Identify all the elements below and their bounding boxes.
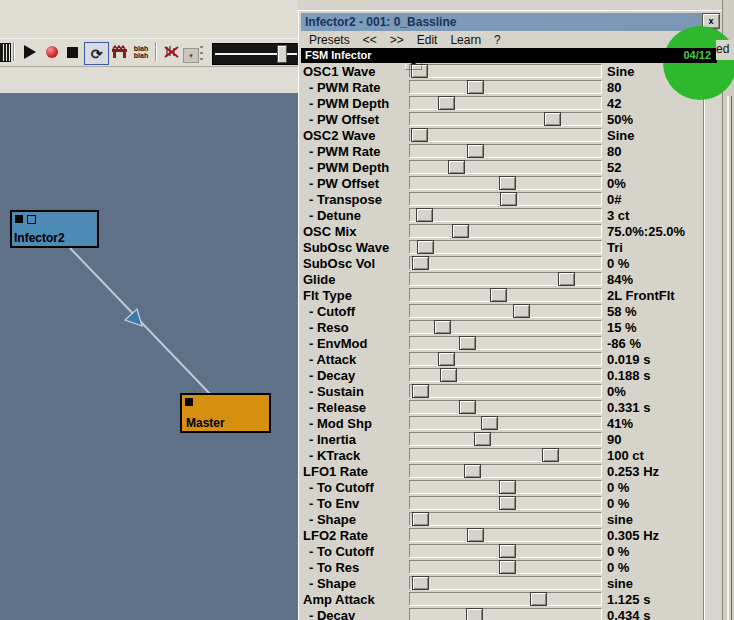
param-slider[interactable] xyxy=(409,336,602,350)
window-titlebar[interactable]: Infector2 - 001: 0_Bassline xyxy=(301,13,718,31)
param-slider-thumb[interactable] xyxy=(558,272,575,286)
menu-next-preset[interactable]: >> xyxy=(390,33,404,47)
param-slider-thumb[interactable] xyxy=(459,336,476,350)
param-slider-thumb[interactable] xyxy=(440,368,457,382)
record-button[interactable] xyxy=(45,42,59,62)
param-slider[interactable] xyxy=(409,592,602,606)
param-slider-thumb[interactable] xyxy=(417,240,434,254)
param-slider[interactable] xyxy=(409,208,602,222)
param-value: 0% xyxy=(607,176,626,191)
param-slider[interactable] xyxy=(409,384,602,398)
slider-handle[interactable] xyxy=(277,45,287,63)
param-slider-thumb[interactable] xyxy=(452,224,469,238)
param-slider[interactable] xyxy=(409,416,602,430)
param-slider[interactable] xyxy=(409,560,602,574)
param-slider-thumb[interactable] xyxy=(448,160,465,174)
param-slider[interactable] xyxy=(409,352,602,366)
param-slider[interactable] xyxy=(409,272,602,286)
param-slider[interactable] xyxy=(409,432,602,446)
menu-presets[interactable]: Presets xyxy=(309,33,350,47)
toolbar-grip[interactable] xyxy=(200,46,203,62)
param-slider-thumb[interactable] xyxy=(499,496,516,510)
param-slider[interactable] xyxy=(409,224,602,238)
param-slider[interactable] xyxy=(409,528,602,542)
param-slider[interactable] xyxy=(409,192,602,206)
param-slider[interactable] xyxy=(409,160,602,174)
play-button[interactable] xyxy=(22,42,38,62)
param-slider[interactable] xyxy=(409,368,602,382)
param-slider-thumb[interactable] xyxy=(459,400,476,414)
machine-master[interactable]: Master xyxy=(180,393,271,433)
param-slider-thumb[interactable] xyxy=(499,560,516,574)
machine-mute-indicator[interactable] xyxy=(185,398,193,406)
menu-edit[interactable]: Edit xyxy=(417,33,438,47)
param-slider[interactable] xyxy=(409,144,602,158)
param-slider[interactable] xyxy=(409,448,602,462)
param-slider[interactable] xyxy=(409,64,602,78)
param-slider-thumb[interactable] xyxy=(474,432,491,446)
param-slider[interactable] xyxy=(409,464,602,478)
param-slider-thumb[interactable] xyxy=(467,528,484,542)
param-value: 80 xyxy=(607,80,621,95)
param-slider[interactable] xyxy=(409,544,602,558)
param-slider-thumb[interactable] xyxy=(416,208,433,222)
param-slider[interactable] xyxy=(409,240,602,254)
param-slider[interactable] xyxy=(409,256,602,270)
menu-prev-preset[interactable]: << xyxy=(363,33,377,47)
param-slider-thumb[interactable] xyxy=(499,480,516,494)
mute-toggle-button[interactable] xyxy=(161,42,181,62)
param-slider-thumb[interactable] xyxy=(438,352,455,366)
param-slider-thumb[interactable] xyxy=(434,320,451,334)
machine-infector2[interactable]: Infector2 xyxy=(10,210,99,248)
param-slider[interactable] xyxy=(409,512,602,526)
param-slider-thumb[interactable] xyxy=(530,592,547,606)
param-slider-thumb[interactable] xyxy=(542,448,559,462)
param-slider[interactable] xyxy=(409,576,602,590)
param-slider-thumb[interactable] xyxy=(513,304,530,318)
param-slider-thumb[interactable] xyxy=(412,576,429,590)
param-slider-thumb[interactable] xyxy=(466,608,483,620)
param-slider[interactable] xyxy=(409,80,602,94)
param-slider-thumb[interactable] xyxy=(438,96,455,110)
param-slider[interactable] xyxy=(409,304,602,318)
param-label: - Cutoff xyxy=(309,304,355,319)
param-slider[interactable] xyxy=(409,96,602,110)
loop-button[interactable]: ⟳ xyxy=(84,42,109,65)
param-scrollbar[interactable] xyxy=(704,65,720,620)
param-slider-thumb[interactable] xyxy=(490,288,507,302)
param-slider-thumb[interactable] xyxy=(467,144,484,158)
param-slider-thumb[interactable] xyxy=(499,176,516,190)
toolbar-overflow-button[interactable]: ▾ xyxy=(183,48,199,63)
param-slider-thumb[interactable] xyxy=(499,544,516,558)
param-slider[interactable] xyxy=(409,608,602,620)
pattern-grid-icon[interactable] xyxy=(0,43,11,62)
machine-canvas[interactable]: Infector2 Master xyxy=(0,93,298,620)
param-slider-thumb[interactable] xyxy=(412,256,429,270)
param-slider-thumb[interactable] xyxy=(464,464,481,478)
param-slider[interactable] xyxy=(409,128,602,142)
menu-help[interactable]: ? xyxy=(494,33,501,47)
param-row: - PW Offset 50% xyxy=(299,111,723,127)
table-icon xyxy=(111,45,128,59)
stop-button[interactable] xyxy=(66,42,79,62)
param-slider[interactable] xyxy=(409,176,602,190)
blah-blah-button[interactable]: blah blah xyxy=(131,42,151,62)
param-slider-thumb[interactable] xyxy=(500,192,517,206)
param-slider[interactable] xyxy=(409,480,602,494)
machine-mute-indicator[interactable] xyxy=(15,215,23,223)
param-slider-thumb[interactable] xyxy=(467,80,484,94)
param-slider-thumb[interactable] xyxy=(412,384,429,398)
param-slider-thumb[interactable] xyxy=(412,512,429,526)
master-volume-slider[interactable] xyxy=(212,43,300,65)
param-slider[interactable] xyxy=(409,496,602,510)
param-slider-thumb[interactable] xyxy=(544,112,561,126)
param-slider[interactable] xyxy=(409,288,602,302)
table-button[interactable] xyxy=(110,42,128,62)
param-slider[interactable] xyxy=(409,112,602,126)
param-slider[interactable] xyxy=(409,320,602,334)
machine-solo-indicator[interactable] xyxy=(27,215,36,224)
menu-learn[interactable]: Learn xyxy=(450,33,481,47)
param-slider[interactable] xyxy=(409,400,602,414)
param-slider-thumb[interactable] xyxy=(481,416,498,430)
param-slider-thumb[interactable] xyxy=(411,128,428,142)
